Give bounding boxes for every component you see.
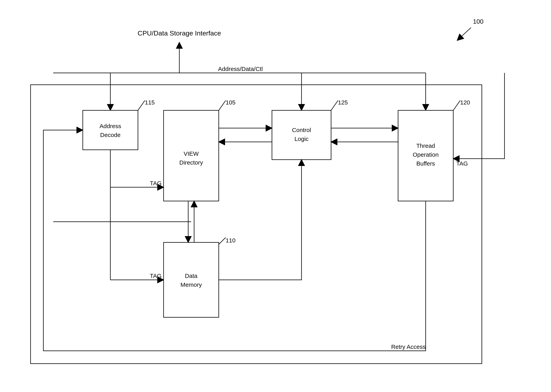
tag-view-dir-label: TAG <box>150 180 162 186</box>
view-directory-line2: Directory <box>179 159 203 166</box>
view-directory-line1: VIEW <box>184 150 199 157</box>
address-decode-ref-leader <box>138 100 145 110</box>
title-label: CPU/Data Storage Interface <box>138 29 221 37</box>
datamem-to-ctl <box>219 160 301 280</box>
ref-overall-leader <box>457 28 471 40</box>
thread-buffers-line1: Thread <box>416 142 435 149</box>
retry-access-label: Retry Access <box>391 343 426 350</box>
block-control-logic: Control Logic 125 <box>272 99 348 160</box>
bus-label: Address/Data/Ctl <box>218 66 263 72</box>
address-decode-line1: Address <box>99 123 121 129</box>
svg-rect-4 <box>164 242 219 317</box>
diagram-canvas: CPU/Data Storage Interface Address/Data/… <box>0 0 551 392</box>
block-data-memory: Data Memory 110 <box>164 237 236 317</box>
data-memory-line1: Data <box>185 273 197 279</box>
address-decode-ref: 115 <box>145 99 155 106</box>
block-view-directory: VIEW Directory 105 <box>164 99 236 201</box>
svg-rect-0 <box>83 110 138 150</box>
tag-to-thread-buf <box>453 73 504 159</box>
view-directory-ref: 105 <box>226 99 236 106</box>
control-logic-line2: Logic <box>294 136 309 142</box>
thread-buffers-ref: 120 <box>460 99 470 106</box>
control-logic-line1: Control <box>292 127 311 133</box>
control-logic-ref: 125 <box>338 99 348 106</box>
address-decode-line2: Decode <box>100 132 120 138</box>
thread-buffers-line2: Operation <box>413 151 439 158</box>
block-thread-buffers: Thread Operation Buffers 120 <box>398 99 470 201</box>
data-memory-line2: Memory <box>181 281 202 288</box>
thread-buffers-ref-leader <box>453 100 460 110</box>
data-memory-ref-leader <box>219 238 226 244</box>
ref-overall: 100 <box>473 18 483 25</box>
tag-thread-buf-label: TAG <box>456 160 468 167</box>
control-logic-ref-leader <box>331 100 338 110</box>
view-directory-ref-leader <box>219 100 226 110</box>
block-address-decode: Address Decode 115 <box>83 99 155 150</box>
svg-rect-2 <box>272 110 331 160</box>
data-memory-ref: 110 <box>226 237 236 244</box>
tag-data-mem-label: TAG <box>150 273 162 279</box>
thread-buffers-line3: Buffers <box>416 160 435 167</box>
